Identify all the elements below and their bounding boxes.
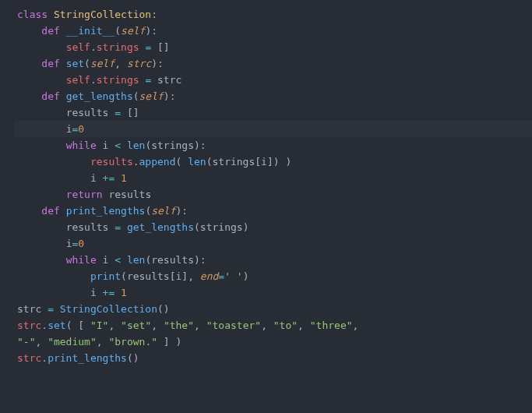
var-i: i <box>261 156 267 168</box>
num-one: 1 <box>121 172 127 184</box>
self-ref: self <box>66 74 90 86</box>
code-line[interactable]: class StringCollection: <box>14 6 532 23</box>
code-line[interactable]: return results <box>14 186 532 203</box>
op-eq: = <box>115 107 121 118</box>
string-lit: "medium" <box>48 336 97 348</box>
var-strc: strc <box>17 303 41 315</box>
keyword-def: def <box>41 58 59 69</box>
code-line[interactable]: strc.print_lengths() <box>14 350 532 366</box>
string-space: ' ' <box>224 270 242 282</box>
kwarg-end: end <box>200 270 218 282</box>
method-get-lengths: get_lengths <box>66 90 133 102</box>
code-line[interactable]: def __init__(self): <box>14 23 532 39</box>
attr-strings: strings <box>97 74 139 86</box>
var-results: results <box>90 156 133 168</box>
var-results: results <box>151 254 194 266</box>
keyword-def: def <box>41 90 59 102</box>
empty-list: [] <box>127 107 139 118</box>
code-line[interactable]: def set(self, strc): <box>14 55 532 72</box>
keyword-def: def <box>41 25 59 37</box>
method-set: set <box>66 58 84 69</box>
op-eq: = <box>48 303 54 315</box>
class-call: StringCollection <box>60 303 157 315</box>
param-strc: strc <box>127 58 151 69</box>
code-line[interactable]: self.strings = [] <box>14 39 532 55</box>
var-results: results <box>66 221 109 233</box>
code-line[interactable]: while i < len(results): <box>14 252 532 268</box>
num-one: 1 <box>121 287 127 298</box>
string-lit: "to" <box>273 319 298 331</box>
keyword-def: def <box>41 205 59 217</box>
var-strc: strc <box>157 74 181 86</box>
fn-len: len <box>127 139 145 151</box>
string-lit: "three" <box>310 319 353 331</box>
attr-strings: strings <box>97 41 139 53</box>
string-lit: "the" <box>164 319 194 331</box>
code-line[interactable]: strc.set( [ "I", "set", "the", "toaster"… <box>14 317 532 334</box>
fn-print: print <box>90 270 121 282</box>
fn-len: len <box>127 254 145 266</box>
empty-list: [] <box>157 41 170 53</box>
code-line[interactable]: print(results[i], end=' ') <box>14 268 532 284</box>
keyword-while: while <box>66 254 97 266</box>
keyword-while: while <box>66 139 97 151</box>
op-pluseq: += <box>103 172 115 184</box>
string-lit: "-" <box>17 336 35 348</box>
code-line[interactable]: "-", "medium", "brown." ] ) <box>14 334 532 350</box>
op-lt: < <box>115 254 121 266</box>
fn-set: set <box>48 319 65 331</box>
op-pluseq: += <box>103 287 115 298</box>
code-line[interactable]: i += 1 <box>14 170 532 186</box>
param-self: self <box>139 90 164 102</box>
fn-len: len <box>188 156 206 168</box>
var-strings: strings <box>212 156 255 168</box>
class-name: StringCollection <box>54 9 151 20</box>
fn-get-lengths: get_lengths <box>127 221 194 233</box>
var-results: results <box>127 270 170 282</box>
code-line[interactable]: results = get_lengths(strings) <box>14 219 532 235</box>
var-strc: strc <box>17 319 41 331</box>
code-line[interactable]: def print_lengths(self): <box>14 203 532 219</box>
string-lit: "set" <box>121 319 151 331</box>
code-line[interactable]: while i < len(strings): <box>14 137 532 154</box>
op-eq: = <box>218 270 224 282</box>
code-line[interactable]: results.append( len(strings[i]) ) <box>14 154 532 170</box>
var-strc: strc <box>17 352 41 364</box>
string-lit: "I" <box>90 319 108 331</box>
var-strings: strings <box>151 139 194 151</box>
code-editor[interactable]: class StringCollection: def __init__(sel… <box>0 0 532 372</box>
num-zero: 0 <box>78 123 84 135</box>
op-eq: = <box>115 221 121 233</box>
string-lit: "brown." <box>108 336 157 348</box>
self-ref: self <box>66 41 90 53</box>
fn-append: append <box>139 156 176 168</box>
num-zero: 0 <box>78 238 84 249</box>
code-line[interactable]: results = [] <box>14 104 532 121</box>
method-init: __init__ <box>66 25 115 37</box>
var-results: results <box>66 107 109 118</box>
code-line[interactable]: self.strings = strc <box>14 72 532 88</box>
code-line[interactable]: i=0 <box>14 235 532 252</box>
code-line[interactable]: def get_lengths(self): <box>14 88 532 104</box>
method-print-lengths: print_lengths <box>66 205 146 217</box>
code-line[interactable]: i += 1 <box>14 284 532 301</box>
string-lit: "toaster" <box>206 319 261 331</box>
var-strings: strings <box>200 221 243 233</box>
code-line-current[interactable]: i=0 <box>14 121 532 137</box>
var-i: i <box>90 172 97 184</box>
code-line[interactable]: strc = StringCollection() <box>14 301 532 317</box>
fn-print-lengths: print_lengths <box>48 352 127 364</box>
keyword-return: return <box>66 189 103 200</box>
var-results: results <box>108 189 151 200</box>
param-self: self <box>151 205 175 217</box>
param-self: self <box>121 25 145 37</box>
op-lt: < <box>115 139 121 151</box>
var-i: i <box>90 287 97 298</box>
keyword-class: class <box>17 9 48 20</box>
param-self: self <box>90 58 115 69</box>
